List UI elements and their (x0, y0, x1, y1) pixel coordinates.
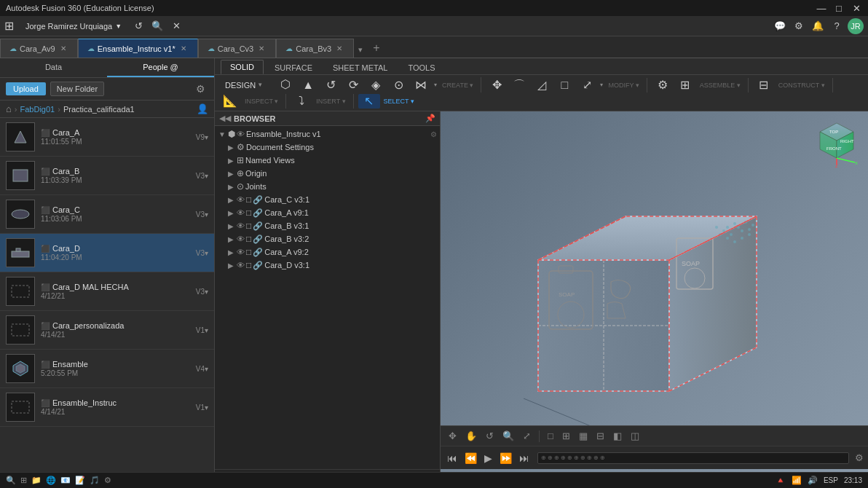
tree-expand-icon[interactable]: ▶ (226, 248, 235, 256)
shell-button[interactable]: □ (553, 78, 575, 93)
tree-item-cara-d1[interactable]: ▶ 👁 □ 🔗 Cara_D v3:1 (215, 259, 440, 272)
orbit-btn[interactable]: ↺ (484, 429, 496, 443)
tree-item-named-views[interactable]: ▶ ⊞ Named Views (215, 154, 440, 167)
taskbar-icon-2[interactable]: 🌐 (46, 476, 56, 485)
browser-collapse-icon[interactable]: ◀◀ (219, 114, 231, 123)
tree-expand-icon[interactable]: ▼ (218, 130, 226, 138)
orientation-cube[interactable]: FRONT RIGHT TOP Z X (811, 117, 862, 168)
grid-icon[interactable]: ⊞ (560, 429, 572, 443)
anim-settings-icon[interactable]: ⚙ (855, 452, 864, 463)
hole-button[interactable]: ⊙ (387, 78, 409, 93)
modify-more-button[interactable]: ▾ (599, 80, 604, 90)
minimize-button[interactable]: — (816, 2, 827, 14)
tree-item-cara-b2[interactable]: ▶ 👁 □ 🔗 Cara_B v3:2 (215, 232, 440, 245)
anim-prev-button[interactable]: ⏪ (462, 451, 479, 465)
comment-icon[interactable]: 💬 (772, 18, 788, 34)
sweep-button[interactable]: ⟳ (342, 78, 364, 93)
user-menu[interactable]: Jorge Ramirez Urquiaga ▼ (20, 20, 127, 32)
home-icon[interactable]: ⌂ (6, 103, 12, 114)
search-icon[interactable]: 🔍 (149, 18, 165, 34)
tree-item-joints[interactable]: ▶ ⊙ Joints (215, 180, 440, 193)
maximize-button[interactable]: □ (833, 2, 845, 14)
taskbar-icon-4[interactable]: 📝 (75, 476, 85, 485)
move-button[interactable]: ✥ (486, 78, 508, 93)
select-button[interactable]: ↖ (358, 94, 380, 109)
design-dropdown[interactable]: DESIGN ▼ (219, 79, 269, 91)
zoom-window-icon[interactable]: 🔍 (500, 429, 516, 443)
data-tab[interactable]: Data (0, 58, 107, 77)
settings-icon[interactable]: ⚙ (791, 18, 807, 34)
tab-cara-cv3[interactable]: ☁ Cara_Cv3 ✕ (198, 39, 277, 58)
insert-button[interactable]: ⤵ (291, 94, 312, 109)
viewport[interactable]: SOAP SOAP (441, 111, 868, 488)
tab-close-cv3[interactable]: ✕ (256, 44, 267, 54)
browser-pin-icon[interactable]: 📌 (425, 114, 435, 123)
list-item[interactable]: ⬛ Ensamble 5:20:55 PM V4▾ (0, 350, 214, 388)
vis-icon[interactable]: 👁 (237, 235, 245, 243)
tree-expand-icon[interactable]: ▶ (226, 209, 235, 217)
upload-button[interactable]: Upload (6, 82, 46, 95)
vis-icon[interactable]: 👁 (237, 208, 245, 217)
tools-tab[interactable]: TOOLS (398, 60, 444, 74)
animation-track[interactable]: ⊕ ⊕ ⊕ ⊕ ⊕ ⊕ ⊕ ⊕ ⊕ ⊕ (537, 452, 849, 464)
offset-plane-button[interactable]: ⊟ (753, 78, 775, 93)
tree-expand-icon[interactable]: ▶ (226, 261, 235, 269)
tree-expand-icon[interactable]: ▶ (226, 196, 235, 204)
chamfer-button[interactable]: ◿ (531, 78, 553, 93)
share-icon[interactable]: 👤 (197, 103, 208, 114)
sheet-metal-tab[interactable]: SHEET METAL (323, 60, 397, 74)
viewport-settings-icon[interactable]: ⊟ (594, 429, 607, 443)
anim-start-button[interactable]: ⏮ (445, 451, 459, 465)
breadcrumb-project[interactable]: FabDig01 (20, 105, 55, 114)
surface-tab[interactable]: SURFACE (265, 60, 322, 74)
tree-expand-icon[interactable]: ▶ (226, 183, 235, 191)
tab-cara-bv3[interactable]: ☁ Cara_Bv3 ✕ (276, 39, 354, 58)
new-component-button[interactable]: ⬡ (275, 77, 296, 93)
vis-icon[interactable]: 👁 (237, 248, 245, 256)
tree-expand-icon[interactable]: ▶ (226, 143, 235, 151)
list-item[interactable]: ⬛ Cara_C 11:03:06 PM V3▾ (0, 195, 214, 234)
tree-item-cara-c[interactable]: ▶ 👁 □ 🔗 Cara_C v3:1 (215, 193, 440, 206)
network-icon[interactable]: 📶 (792, 476, 802, 485)
thread-button[interactable]: ⋈ (410, 78, 432, 93)
tab-close-ensamble[interactable]: ✕ (178, 44, 189, 54)
tab-close-bv3[interactable]: ✕ (334, 44, 344, 54)
zoom-fit-icon[interactable]: ⤢ (521, 429, 533, 443)
joint-button[interactable]: ⚙ (652, 78, 674, 93)
taskbar-icon-5[interactable]: 🎵 (90, 476, 100, 485)
taskbar-icon-1[interactable]: 📁 (31, 476, 42, 485)
tab-more-icon[interactable]: ▾ (354, 42, 367, 58)
tree-item-cara-a1[interactable]: ▶ 👁 □ 🔗 Cara_A v9:1 (215, 206, 440, 219)
fillet-button[interactable]: ⌒ (508, 78, 530, 93)
list-item[interactable]: ⬛ Cara_D 11:04:20 PM V3▾ (0, 234, 214, 272)
display-mode-icon[interactable]: □ (545, 429, 556, 443)
panel-settings-icon[interactable]: ⚙ (192, 81, 208, 97)
tree-expand-icon[interactable]: ▶ (226, 157, 235, 165)
pan-icon[interactable]: ✋ (463, 429, 479, 443)
anim-end-button[interactable]: ⏭ (517, 451, 532, 465)
orbit-icon[interactable]: ✥ (446, 429, 459, 443)
people-tab[interactable]: People @ (107, 58, 214, 77)
tree-item-origin[interactable]: ▶ ⊕ Origin (215, 167, 440, 180)
help-icon[interactable]: ? (829, 18, 845, 34)
tab-ensamble-instruc[interactable]: ☁ Ensamble_Instruc v1* ✕ (78, 39, 198, 58)
measure-button[interactable]: 📐 (219, 94, 241, 109)
tab-add-button[interactable]: + (367, 39, 385, 58)
tree-item-root[interactable]: ▼ ⬢ 👁 Ensamble_Instruc v1 ⚙ (215, 127, 440, 141)
rigid-group-button[interactable]: ⊞ (674, 78, 696, 93)
start-icon[interactable]: ⊞ (20, 476, 27, 485)
list-item[interactable]: ⬛ Cara_A 11:01:55 PM V9▾ (0, 118, 214, 157)
list-item[interactable]: ⬛ Ensamble_Instruc 4/14/21 V1▾ (0, 388, 214, 427)
vis-icon[interactable]: 👁 (237, 261, 245, 269)
tree-expand-icon[interactable]: ▶ (226, 235, 235, 243)
vis-icon[interactable]: 👁 (237, 195, 245, 204)
solid-tab[interactable]: SOLID (221, 60, 264, 74)
tab-close-cara-av9[interactable]: ✕ (58, 44, 68, 54)
extrude-button[interactable]: ▲ (297, 78, 319, 93)
revolve-button[interactable]: ↺ (320, 78, 342, 93)
tree-item-cara-b1[interactable]: ▶ 👁 □ 🔗 Cara_B v3:1 (215, 219, 440, 232)
new-folder-button[interactable]: New Folder (50, 82, 104, 96)
shading-icon[interactable]: ◧ (611, 429, 624, 443)
refresh-icon[interactable]: ↺ (130, 18, 146, 34)
tab-cara-av9[interactable]: ☁ Cara_Av9 ✕ (0, 39, 78, 58)
